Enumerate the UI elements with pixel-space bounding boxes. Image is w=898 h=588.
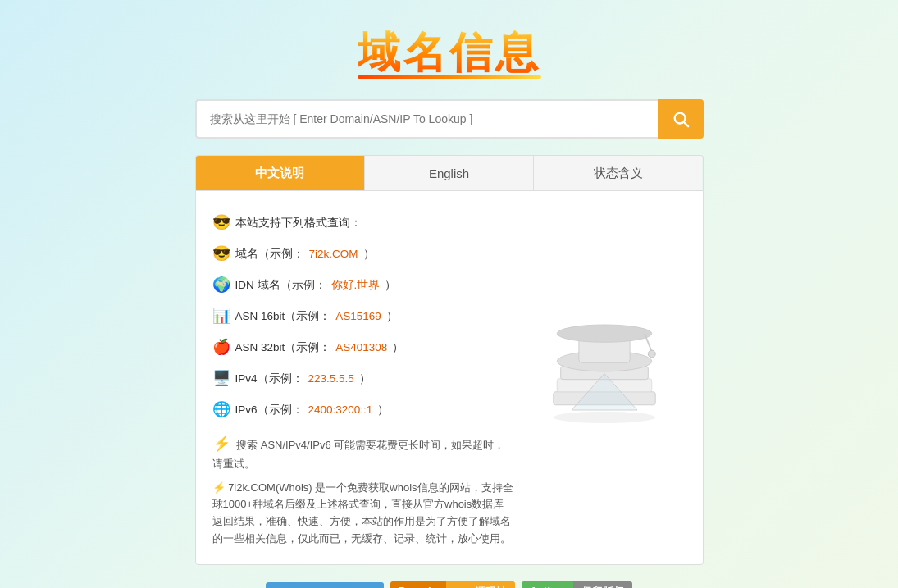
asn16-icon: 📊 [212,301,230,330]
content-box: 😎 本站支持下列格式查询： 😎 域名（示例： 7i2k.COM ） 🌍 IDN … [195,190,704,565]
search-icon [672,110,690,128]
content-description: ⚡ 7i2k.COM(Whois) 是一个免费获取whois信息的网站，支持全球… [212,480,514,548]
domain-icon: 😎 [212,239,230,268]
idn-icon: 🌍 [212,270,230,299]
tab-en[interactable]: English [365,156,534,190]
svg-point-11 [553,412,654,423]
search-button[interactable] [658,99,704,139]
svg-point-9 [648,351,655,358]
asn32-icon: 🍎 [212,332,230,362]
illustration [522,207,686,548]
content-left: 😎 本站支持下列格式查询： 😎 域名（示例： 7i2k.COM ） 🌍 IDN … [212,207,514,548]
search-bar [195,99,704,139]
item-asn16: 📊 ASN 16bit（示例： AS15169 ） [212,301,514,330]
asn32-link[interactable]: AS401308 [335,336,387,358]
domain-badge-group: Domain 7i2k源码站 [390,581,515,588]
ipv6-link[interactable]: 2400:3200::1 [308,399,373,421]
item-idn: 🌍 IDN 域名（示例： 你好.世界 ） [212,270,514,299]
ipv6-icon: 🌐 [212,394,230,424]
author-badge-group: Author 保留版权 [522,581,632,588]
item-ipv6: 🌐 IPv6（示例： 2400:3200::1 ） [212,394,514,424]
copyright-label: Copyright [266,582,332,588]
note-bullet: ⚡ [212,435,230,452]
item-asn32: 🍎 ASN 32bit（示例： AS401308 ） [212,332,514,362]
svg-line-1 [684,123,688,127]
graduation-hat-illustration [531,312,678,443]
domain-value[interactable]: 7i2k源码站 [446,581,515,588]
footer: Copyright © 2024 Domain 7i2k源码站 Author 保… [262,581,635,588]
idn-link[interactable]: 你好.世界 [331,274,381,296]
header-icon: 😎 [212,207,230,237]
copyright-year: © 2024 [333,582,384,588]
content-note: ⚡ 搜索 ASN/IPv4/IPv6 可能需要花费更长时间，如果超时，请重试。 [212,432,514,473]
search-input[interactable] [195,99,658,139]
svg-point-0 [674,113,685,124]
tab-status[interactable]: 状态含义 [534,156,702,190]
content-header: 😎 本站支持下列格式查询： [212,207,514,237]
svg-point-7 [557,325,652,342]
tab-zh[interactable]: 中文说明 [196,156,365,190]
author-label: Author [522,581,573,588]
ipv4-link[interactable]: 223.5.5.5 [308,367,354,390]
domain-link[interactable]: 7i2k.COM [309,243,358,265]
logo-text: 域名信息 [358,25,541,82]
author-value: 保留版权 [573,581,632,588]
item-ipv4: 🖥️ IPv4（示例： 223.5.5.5 ） [212,363,514,393]
logo: 域名信息 [358,25,541,79]
asn16-link[interactable]: AS15169 [335,305,381,327]
desc-bullet: ⚡ [212,481,226,494]
domain-label: Domain [390,581,446,588]
ipv4-icon: 🖥️ [212,363,230,393]
item-domain: 😎 域名（示例： 7i2k.COM ） [212,239,514,268]
tabs: 中文说明 English 状态含义 [195,155,704,190]
copyright-badge-group: Copyright © 2024 [266,582,384,588]
